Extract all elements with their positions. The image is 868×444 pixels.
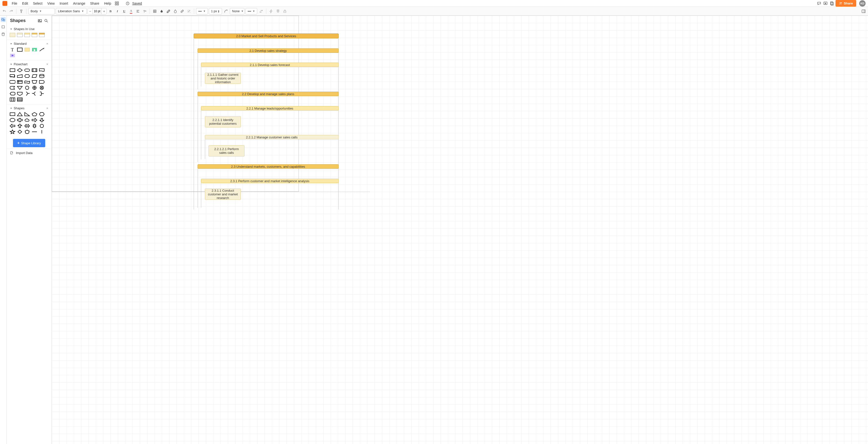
shape-manual-input[interactable] xyxy=(17,74,23,78)
section-header-standard[interactable]: ▼ Standard × xyxy=(7,40,52,47)
font-size-increase[interactable]: + xyxy=(101,8,106,14)
shape-process[interactable] xyxy=(9,68,16,72)
menu-share[interactable]: Share xyxy=(88,0,101,6)
shape-fill-button[interactable] xyxy=(152,8,158,14)
shape-vline[interactable] xyxy=(39,130,45,134)
diagram-node[interactable]: 2.1 Develop sales strategy xyxy=(197,49,339,53)
close-icon[interactable]: × xyxy=(46,62,48,66)
line-end-select[interactable]: ▼ xyxy=(246,8,257,14)
diagram-node[interactable]: 2.0 Market and Sell Products and Service… xyxy=(194,33,339,38)
shape-terminator[interactable] xyxy=(24,68,30,72)
shape-polygon[interactable] xyxy=(24,130,30,134)
bolt-icon[interactable] xyxy=(268,8,274,14)
shape-papertape[interactable] xyxy=(24,80,30,84)
shape-left-arrow[interactable] xyxy=(9,124,16,128)
avatar[interactable]: KD xyxy=(859,0,866,7)
shape-decision[interactable] xyxy=(17,68,23,72)
shape-internal[interactable] xyxy=(17,80,23,84)
menu-view[interactable]: View xyxy=(45,0,57,6)
shape-up-arrow[interactable] xyxy=(17,124,23,128)
section-header-shapes[interactable]: ▼ Shapes × xyxy=(7,104,52,112)
shape-arrow-tool[interactable] xyxy=(39,47,45,52)
shape-line[interactable] xyxy=(32,130,37,134)
format-painter-button[interactable] xyxy=(18,8,24,14)
shape-cloud[interactable] xyxy=(24,118,30,122)
shape-predefined[interactable] xyxy=(32,68,37,72)
insert-image-icon[interactable] xyxy=(37,18,42,23)
shape-hotspot[interactable] xyxy=(32,47,37,52)
pages-icon[interactable] xyxy=(829,1,835,6)
redo-button[interactable] xyxy=(8,8,14,14)
menu-edit[interactable]: Edit xyxy=(20,0,30,6)
magnet-icon[interactable] xyxy=(275,8,281,14)
shape-swimlane-v[interactable] xyxy=(9,97,16,102)
history-icon[interactable] xyxy=(125,1,130,6)
right-panel-toggle[interactable] xyxy=(861,8,867,14)
link-button[interactable] xyxy=(179,8,185,14)
shape-triangle[interactable] xyxy=(17,112,23,116)
shape-hexagon[interactable] xyxy=(39,112,45,116)
shape-preparation[interactable] xyxy=(24,74,30,78)
shape-rect[interactable] xyxy=(17,47,23,52)
close-icon[interactable]: × xyxy=(46,42,48,45)
shape-diamond[interactable] xyxy=(17,130,23,134)
rail-shapes-button[interactable] xyxy=(1,17,6,22)
italic-button[interactable]: I xyxy=(115,8,120,14)
shape-merge[interactable] xyxy=(17,86,23,90)
style-select[interactable]: Body▼ xyxy=(28,8,55,14)
search-icon[interactable] xyxy=(44,18,49,23)
swap-ends-button[interactable] xyxy=(258,8,264,14)
shape-data[interactable] xyxy=(32,74,37,78)
shape-note-right[interactable] xyxy=(39,91,45,96)
shape-cross[interactable] xyxy=(17,118,23,122)
diagram-node[interactable]: 2.2.1.2 Manage customer sales calls xyxy=(205,135,339,139)
canvas[interactable]: 2.0 Market and Sell Products and Service… xyxy=(52,15,868,444)
section-header-flowchart[interactable]: ▼ Flowchart × xyxy=(7,60,52,67)
shape-text[interactable]: T xyxy=(9,47,16,52)
shape-swatch[interactable] xyxy=(24,33,30,37)
shape-swimlane-h[interactable] xyxy=(17,97,23,102)
menu-help[interactable]: Help xyxy=(102,0,113,6)
shape-connector[interactable] xyxy=(24,86,30,90)
shape-delay[interactable] xyxy=(39,80,45,84)
line-curve-button[interactable] xyxy=(223,8,229,14)
shape-swatch[interactable] xyxy=(32,33,37,37)
shape-star[interactable] xyxy=(9,130,16,134)
line-style-select[interactable]: ▼ xyxy=(196,8,208,14)
shape-display[interactable] xyxy=(9,91,16,96)
font-size-decrease[interactable]: − xyxy=(88,8,93,14)
shape-right-arrow[interactable] xyxy=(32,118,37,122)
shape-pentagon[interactable] xyxy=(32,112,37,116)
import-data-button[interactable]: Import Data xyxy=(7,149,52,157)
menu-insert[interactable]: Insert xyxy=(58,0,70,6)
shape-offpage[interactable] xyxy=(17,91,23,96)
shape-swatch[interactable] xyxy=(17,33,23,37)
menu-arrange[interactable]: Arrange xyxy=(71,0,87,6)
bold-button[interactable]: B xyxy=(107,8,114,14)
shape-down-arrow[interactable] xyxy=(39,118,45,122)
rail-outline-button[interactable] xyxy=(1,25,6,29)
diagram-node[interactable]: 2.2 Develop and manage sales plans xyxy=(197,92,339,96)
rail-data-button[interactable] xyxy=(1,32,6,37)
shape-circle[interactable] xyxy=(39,124,45,128)
shape-play[interactable] xyxy=(9,53,16,58)
shape-multidoc[interactable] xyxy=(9,74,16,78)
shape-or[interactable] xyxy=(32,86,37,90)
font-size-input[interactable] xyxy=(93,9,101,13)
shape-double-arrow-h[interactable] xyxy=(24,124,30,128)
font-size-stepper[interactable]: − + xyxy=(88,8,106,14)
diagram-node[interactable]: 2.3.1.1 Conduct customer and market rese… xyxy=(205,189,241,200)
shape-database[interactable] xyxy=(39,74,45,78)
line-start-select[interactable]: None▼ xyxy=(230,8,245,14)
diagram-node[interactable]: 2.1.1.1 Gather current and historic orde… xyxy=(205,73,241,84)
menu-file[interactable]: File xyxy=(10,0,19,6)
font-select[interactable]: Liberation Sans▼ xyxy=(56,8,87,14)
shape-document[interactable] xyxy=(39,68,45,72)
shape-octagon[interactable] xyxy=(9,118,16,122)
shape-bracket-close[interactable] xyxy=(24,91,30,96)
integrations-icon[interactable] xyxy=(114,1,120,6)
comments-icon[interactable] xyxy=(816,1,822,6)
shape-swatch[interactable] xyxy=(9,33,16,37)
border-color-button[interactable] xyxy=(165,8,172,14)
shape-note[interactable] xyxy=(24,47,30,52)
